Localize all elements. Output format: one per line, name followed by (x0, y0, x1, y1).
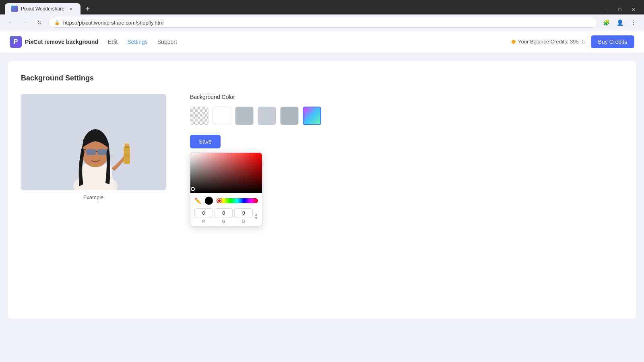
active-tab[interactable]: Pixcut Wondershare ✕ (5, 3, 80, 14)
credits-dot (512, 40, 516, 44)
rgb-inputs: R G B ▲ ▼ (190, 207, 262, 226)
logo-text: PixCut remove background (25, 39, 98, 45)
hue-row: ✏️ (190, 193, 262, 207)
content-area: Example Background Color Save (21, 94, 623, 226)
nav-settings[interactable]: Settings (127, 37, 148, 47)
profile-button[interactable]: 👤 (614, 17, 625, 28)
g-label: G (222, 219, 225, 224)
bg-color-label: Background Color (190, 94, 623, 100)
hue-slider[interactable] (217, 198, 258, 203)
browser-controls: ← → ↻ 🔒 https://pixcut.wondershare.com/s… (0, 14, 644, 31)
r-input-group: R (194, 208, 213, 224)
credits-label: Your Balance Credits: 395 (518, 39, 579, 45)
more-button[interactable]: ⋮ (628, 17, 639, 28)
credits-refresh-icon[interactable]: ↻ (581, 39, 586, 45)
current-color-preview (204, 196, 213, 205)
app-logo[interactable]: P PixCut remove background (10, 36, 98, 48)
buy-credits-button[interactable]: Buy Credits (591, 35, 634, 48)
tab-title: Pixcut Wondershare (21, 6, 64, 12)
preview-image (21, 94, 166, 190)
preview-container: Example (21, 94, 166, 200)
forward-button[interactable]: → (19, 17, 31, 28)
swatch-gradient[interactable] (303, 107, 321, 125)
app-nav: Edit Settings Support (108, 37, 512, 47)
main-content: Background Settings (8, 61, 636, 319)
svg-rect-11 (124, 154, 130, 157)
tab-close-button[interactable]: ✕ (68, 6, 74, 12)
back-button[interactable]: ← (5, 17, 16, 28)
r-input[interactable] (194, 208, 213, 218)
r-label: R (202, 219, 205, 224)
color-gradient-area[interactable] (190, 153, 262, 193)
swatch-white[interactable] (213, 107, 231, 125)
lock-icon: 🔒 (54, 20, 60, 25)
rgb-mode-selector[interactable]: ▲ ▼ (254, 208, 258, 224)
app-header: P PixCut remove background Edit Settings… (0, 31, 644, 53)
g-input-group: G (215, 208, 233, 224)
eyedropper-icon[interactable]: ✏️ (194, 197, 201, 204)
swatch-light-gray[interactable] (235, 107, 254, 125)
minimize-button[interactable]: – (601, 4, 612, 15)
new-tab-button[interactable]: + (82, 3, 93, 14)
address-bar[interactable]: 🔒 https://pixcut.wondershare.com/shopify… (48, 18, 597, 28)
nav-support[interactable]: Support (157, 37, 177, 47)
b-input[interactable] (234, 208, 253, 218)
settings-panel: Background Color Save (190, 94, 623, 226)
maximize-button[interactable]: □ (614, 4, 625, 15)
reload-button[interactable]: ↻ (34, 17, 45, 28)
close-button[interactable]: ✕ (628, 4, 639, 15)
g-input[interactable] (215, 208, 233, 218)
b-input-group: B (234, 208, 253, 224)
header-right: Your Balance Credits: 395 ↻ Buy Credits (512, 35, 634, 48)
tab-favicon (11, 6, 18, 12)
svg-rect-4 (86, 149, 96, 155)
b-label: B (242, 219, 245, 224)
logo-icon: P (10, 36, 22, 48)
preview-svg (21, 94, 166, 190)
svg-point-12 (124, 143, 130, 146)
rgb-down-arrow[interactable]: ▼ (254, 216, 258, 220)
window-controls: – □ ✕ (601, 4, 639, 15)
url-text: https://pixcut.wondershare.com/shopify.h… (63, 20, 165, 26)
nav-edit[interactable]: Edit (108, 37, 118, 47)
credits-info: Your Balance Credits: 395 ↻ (512, 39, 586, 45)
swatch-medium-gray[interactable] (258, 107, 276, 125)
color-swatches (190, 107, 623, 125)
color-picker-popup: ✏️ R G (190, 152, 262, 226)
picker-cursor (191, 187, 195, 191)
browser-actions: 🧩 👤 ⋮ (601, 17, 639, 28)
save-button[interactable]: Save (190, 135, 221, 148)
swatch-gray[interactable] (280, 107, 299, 125)
svg-rect-5 (97, 149, 107, 155)
page-title: Background Settings (21, 74, 623, 82)
swatch-transparent[interactable] (190, 107, 208, 125)
preview-label: Example (21, 194, 166, 200)
extensions-button[interactable]: 🧩 (601, 17, 612, 28)
hue-thumb (217, 199, 221, 203)
